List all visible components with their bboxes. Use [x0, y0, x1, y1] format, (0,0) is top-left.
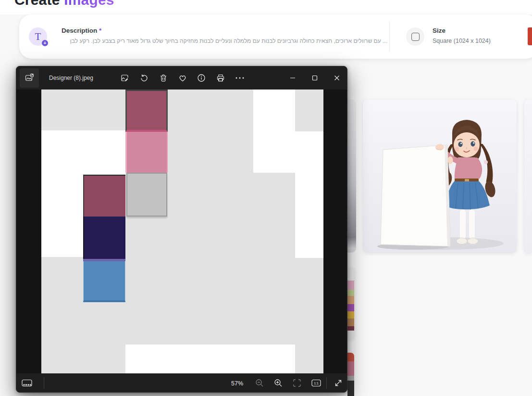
required-asterisk: *	[99, 27, 101, 34]
edit-image-button[interactable]	[117, 70, 133, 86]
rotate-button[interactable]	[136, 70, 152, 86]
photo-white-region	[253, 89, 295, 173]
statusbar-divider	[44, 377, 44, 389]
photo-white-region	[125, 345, 295, 373]
description-label[interactable]: Description *	[62, 27, 101, 34]
window-statusbar: 57% 1:1	[16, 373, 347, 393]
size-label[interactable]: Size	[433, 27, 445, 34]
generated-image-card[interactable]	[363, 100, 517, 253]
next-image-card-sliver[interactable]	[524, 100, 532, 253]
description-value[interactable]: ... עם שרוולים ארוכים, חצאית כחולה וגרבי…	[62, 38, 387, 46]
photo-white-region	[41, 175, 83, 257]
window-titlebar[interactable]: Designer (8).jpeg	[16, 66, 347, 89]
more-button[interactable]	[232, 70, 247, 86]
actual-size-icon[interactable]: 1:1	[309, 375, 324, 391]
photo-block-blue	[83, 261, 125, 302]
photo-block-maroon-top	[125, 89, 168, 132]
photo-block-silver	[126, 173, 167, 217]
plus-badge-icon: +	[42, 40, 48, 46]
print-button[interactable]	[213, 70, 228, 86]
filmstrip-icon[interactable]	[19, 375, 35, 391]
photo-content[interactable]	[41, 89, 323, 373]
card-divider	[389, 21, 390, 52]
square-icon	[406, 27, 424, 46]
svg-text:1:1: 1:1	[314, 382, 319, 385]
size-value[interactable]: Square (1024 x 1024)	[433, 38, 491, 44]
photo-canvas	[16, 89, 347, 373]
page-title-prefix: Create	[14, 0, 64, 8]
fit-to-window-icon[interactable]	[289, 375, 305, 391]
fullscreen-icon[interactable]	[331, 375, 346, 391]
maximize-button[interactable]	[304, 66, 326, 89]
zoom-level: 57%	[231, 373, 243, 393]
photo-white-region	[295, 131, 323, 258]
photos-app-icon[interactable]	[20, 68, 39, 88]
photo-white-region	[41, 130, 125, 175]
page-title-highlight: Images	[64, 0, 114, 8]
info-button[interactable]	[194, 70, 209, 86]
minimize-button[interactable]	[282, 66, 304, 89]
photo-block-pink	[125, 132, 168, 173]
edge-accent-sliver	[528, 27, 532, 45]
close-button[interactable]	[326, 66, 347, 89]
image-card-sliver-bottom[interactable]	[347, 353, 354, 396]
page-title: Create Images	[14, 0, 114, 8]
text-add-icon: T +	[29, 27, 47, 46]
zoom-out-icon[interactable]	[252, 375, 267, 391]
window-title: Designer (8).jpeg	[49, 66, 93, 89]
delete-button[interactable]	[156, 70, 171, 86]
designer-create-images-page: Create Images T + Description * ... עם ש…	[0, 0, 532, 396]
favorite-button[interactable]	[175, 70, 190, 86]
photo-block-maroon-left	[83, 175, 125, 217]
zoom-in-icon[interactable]	[271, 375, 286, 391]
palette-image-card-sliver[interactable]	[347, 268, 354, 339]
photos-app-window: Designer (8).jpeg	[16, 66, 347, 393]
prompt-toolbar-card: T + Description * ... עם שרוולים ארוכים,…	[19, 14, 532, 59]
hidden-image-card-sliver[interactable]	[346, 100, 356, 253]
girl-with-sign-image	[363, 100, 517, 253]
statusbar-divider	[326, 377, 327, 389]
photo-block-navy	[83, 217, 125, 259]
